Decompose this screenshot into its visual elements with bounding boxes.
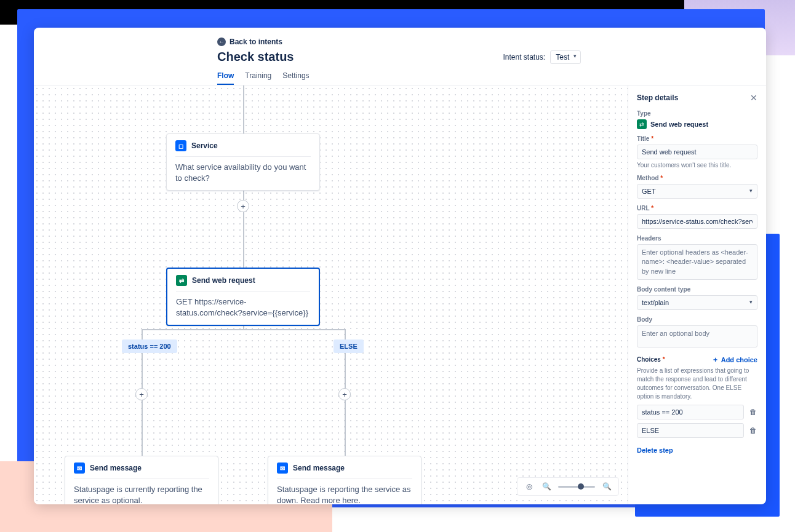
node-body: Statuspage is reporting the service as d… [277,484,412,504]
tab-training[interactable]: Training [245,71,271,85]
node-title: Service [191,141,218,150]
add-step-button[interactable]: + [135,388,148,400]
tab-settings[interactable]: Settings [282,71,309,85]
title-input[interactable] [637,145,757,159]
choice-row: 🗑 [637,405,757,419]
node-title: Send message [293,464,345,472]
connector [243,183,244,268]
web-request-icon: ⇄ [176,275,187,286]
page-title: Check status [217,50,294,64]
choices-description: Provide a list of expressions that going… [637,367,757,401]
body-label: Body [637,316,757,323]
body-type-label: Body content type [637,286,757,293]
zoom-slider[interactable] [558,486,595,488]
zoom-in-icon[interactable]: 🔍 [601,481,612,492]
message-icon: ✉ [74,463,85,474]
trash-icon[interactable]: 🗑 [749,426,757,435]
method-label: Method [637,175,757,181]
zoom-controls: ◎ 🔍 🔍 [517,477,619,496]
arrow-left-icon: ← [217,38,226,46]
type-value: Send web request [650,121,708,128]
headers-input[interactable]: Enter optional headers as <header-name>:… [637,244,757,280]
connector [142,329,345,330]
intent-status-label: Intent status: [503,53,546,62]
node-body: What service availability do you want to… [175,162,311,184]
intent-status-select[interactable]: Test [550,50,581,64]
method-select[interactable]: GET [637,184,757,199]
tab-flow[interactable]: Flow [217,71,234,85]
node-body: GET https://service-status.com/check?ser… [176,296,310,319]
url-input[interactable] [637,214,757,229]
node-send-message-left[interactable]: ✉ Send message Statuspage is currently r… [65,456,218,504]
message-icon: ✉ [277,463,288,474]
choice-row: 🗑 [637,423,757,438]
panel-title: Step details [637,93,678,102]
back-label: Back to intents [230,38,282,46]
step-details-panel: Step details ✕ Type ⇄ Send web request T… [628,85,766,504]
page-header: ← Back to intents Check status Intent st… [34,28,766,64]
choices-label: Choices [637,356,665,363]
add-step-button[interactable]: + [237,200,249,212]
tabs: Flow Training Settings [34,71,766,85]
title-hint: Your customers won't see this title. [637,162,757,169]
node-title: Send message [90,464,142,472]
headers-label: Headers [637,235,757,242]
add-choice-button[interactable]: ＋ Add choice [712,355,757,364]
add-step-button[interactable]: + [338,388,351,400]
body-type-select[interactable]: text/plain [637,295,757,310]
back-to-intents-link[interactable]: ← Back to intents [217,38,282,46]
url-label: URL [637,205,757,212]
trash-icon[interactable]: 🗑 [749,408,757,416]
flow-canvas[interactable]: + status == 200 ELSE + + ◻ Service What … [34,85,628,504]
close-icon[interactable]: ✕ [750,93,757,103]
choice-input[interactable] [637,423,744,438]
title-label: Title [637,135,757,142]
node-title: Send web request [192,276,255,285]
file-icon: ◻ [175,140,186,151]
node-send-message-right[interactable]: ✉ Send message Statuspage is reporting t… [268,456,421,504]
body-input[interactable]: Enter an optional body [637,325,757,347]
node-body: Statuspage is currently reporting the se… [74,484,209,504]
intent-status-control: Intent status: Test [503,50,581,64]
branch-label-status[interactable]: status == 200 [122,339,177,353]
node-send-web-request[interactable]: ⇄ Send web request GET https://service-s… [166,268,320,326]
web-request-icon: ⇄ [637,119,647,129]
delete-step-link[interactable]: Delete step [637,447,673,454]
type-label: Type [637,110,757,117]
locate-icon[interactable]: ◎ [524,481,535,492]
node-service[interactable]: ◻ Service What service availability do y… [166,133,320,191]
body: + status == 200 ELSE + + ◻ Service What … [34,85,766,504]
branch-label-else[interactable]: ELSE [334,339,364,353]
app-window: ← Back to intents Check status Intent st… [34,28,766,504]
connector [243,85,244,133]
zoom-out-icon[interactable]: 🔍 [541,481,552,492]
choice-input[interactable] [637,405,744,419]
